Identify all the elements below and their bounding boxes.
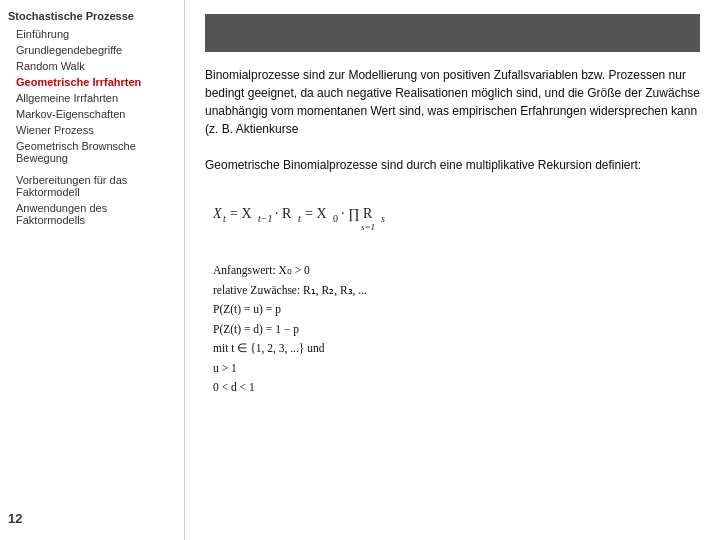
main-content: Binomialprozesse sind zur Modellierung v… [185, 0, 720, 540]
svg-text:· R: · R [275, 206, 292, 221]
sidebar-item-anwendungen[interactable]: Anwendungen des Faktormodells [0, 200, 184, 228]
svg-text:t: t [223, 213, 226, 224]
intro-paragraph: Binomialprozesse sind zur Modellierung v… [205, 66, 700, 138]
header-decoration [205, 14, 700, 52]
note-anfangswert: Anfangswert: X₀ > 0 [213, 261, 692, 281]
svg-text:0: 0 [333, 213, 338, 224]
formula-display: X t = X t−1 · R t = X 0 · ∏ R s s=1 [213, 194, 700, 237]
sidebar-item-geometrische-irrfahrten[interactable]: Geometrische Irrfahrten [0, 74, 184, 90]
sidebar-item-vorbereitungen[interactable]: Vorbereitungen für das Faktormodell [0, 172, 184, 200]
svg-text:s: s [381, 213, 385, 224]
note-pzu: P(Z(t) = u) = p [213, 300, 692, 320]
svg-text:t: t [298, 213, 301, 224]
section-title: Geometrische Binomialprozesse sind durch… [205, 156, 700, 174]
svg-text:= X: = X [305, 206, 327, 221]
sidebar-title: Stochastische Prozesse [0, 6, 184, 26]
note-d: 0 < d < 1 [213, 378, 692, 398]
svg-text:= X: = X [230, 206, 252, 221]
sidebar-item-wiener[interactable]: Wiener Prozess [0, 122, 184, 138]
page-number: 12 [0, 503, 184, 534]
sidebar-item-grundlegende[interactable]: Grundlegendebegriffe [0, 42, 184, 58]
sidebar: Stochastische Prozesse Einführung Grundl… [0, 0, 185, 540]
note-u: u > 1 [213, 359, 692, 379]
formula-notes: Anfangswert: X₀ > 0 relative Zuwächse: R… [205, 257, 700, 402]
sidebar-item-allgemeine-irrfahrten[interactable]: Allgemeine Irrfahrten [0, 90, 184, 106]
sidebar-item-markov[interactable]: Markov-Eigenschaften [0, 106, 184, 122]
sidebar-item-einfuhrung[interactable]: Einführung [0, 26, 184, 42]
note-pzd: P(Z(t) = d) = 1 − p [213, 320, 692, 340]
sidebar-item-random-walk[interactable]: Random Walk [0, 58, 184, 74]
note-relative: relative Zuwächse: R₁, R₂, R₃, ... [213, 281, 692, 301]
sidebar-item-geometrisch-brownsche[interactable]: Geometrisch Brownsche Bewegung [0, 138, 184, 166]
svg-text:X: X [213, 206, 222, 221]
svg-text:t−1: t−1 [258, 213, 273, 224]
svg-text:· ∏ R: · ∏ R [341, 206, 373, 222]
svg-text:s=1: s=1 [361, 222, 375, 232]
note-mit-t: mit t ∈ {1, 2, 3, ...} und [213, 339, 692, 359]
